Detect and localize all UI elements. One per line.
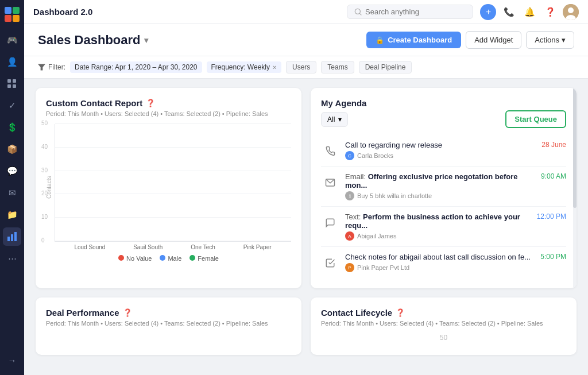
- search-input[interactable]: [365, 7, 457, 16]
- agenda-item-time: 5:00 PM: [540, 253, 566, 261]
- add-button[interactable]: ＋: [480, 4, 496, 20]
- legend-male: Male: [160, 255, 181, 262]
- actions-label: Actions: [535, 36, 559, 44]
- nav-icon-group: ＋ 📞 🔔 ❓: [480, 4, 579, 20]
- agenda-item-time: 12:00 PM: [537, 212, 566, 221]
- lock-icon: 🔒: [376, 36, 384, 44]
- chart-legend: No Value Male Female: [46, 255, 291, 262]
- top-navigation: Dashboard 2.0 ＋ 📞 🔔 ❓: [24, 0, 588, 24]
- my-agenda-card: My Agenda All ▾ Start Queue Call to rega…: [311, 88, 577, 288]
- agenda-item-content: Text: Perform the business action to ach…: [345, 212, 531, 241]
- agenda-item-time: 9:00 AM: [541, 172, 566, 180]
- app-title: Dashboard 2.0: [33, 7, 340, 17]
- deal-performance-subtitle: Period: This Month • Users: Selected (4)…: [46, 320, 291, 327]
- agenda-item-meta: A Abigail James: [345, 231, 531, 241]
- contact-lifecycle-help-icon[interactable]: ❓: [396, 308, 405, 317]
- sidebar-item-package[interactable]: 📦: [3, 140, 21, 158]
- sidebar-item-mail[interactable]: ✉: [3, 184, 21, 202]
- date-range-chip[interactable]: Date Range: Apr 1, 2020 – Apr 30, 2020: [70, 61, 202, 73]
- agenda-item-title: Check notes for abigail about last call …: [345, 253, 535, 261]
- agenda-item-time: 28 June: [541, 141, 566, 149]
- agenda-item-meta: P Pink Paper Pvt Ltd: [345, 263, 535, 272]
- agent-avatar: P: [345, 263, 354, 272]
- chart-x-labels: Loud Sound Sauil South One Tech Pink Pap…: [55, 242, 291, 250]
- main-content: Dashboard 2.0 ＋ 📞 🔔 ❓ Sales Dashboard ▾ …: [24, 0, 588, 375]
- sidebar-item-user[interactable]: 👤: [3, 53, 21, 71]
- contact-lifecycle-subtitle: Period: This Month • Users: Selected (4)…: [321, 320, 566, 327]
- sidebar-item-chart[interactable]: [3, 227, 21, 246]
- legend-female: Female: [189, 255, 219, 262]
- deal-performance-help-icon[interactable]: ❓: [123, 308, 132, 317]
- svg-rect-4: [7, 79, 11, 83]
- agenda-item: Check notes for abigail about last call …: [321, 247, 566, 278]
- scrollbar-track: [573, 88, 577, 288]
- sidebar-item-chat[interactable]: 💬: [3, 162, 21, 180]
- svg-rect-1: [13, 7, 20, 14]
- help-button[interactable]: ❓: [542, 4, 558, 20]
- sidebar: 🎮 👤 ✓ 💲 📦 💬 ✉ 📁 ⋯ →: [0, 0, 24, 375]
- svg-rect-5: [13, 79, 16, 83]
- sidebar-item-arrow[interactable]: →: [3, 351, 21, 369]
- info-icon: ℹ: [345, 191, 354, 200]
- dashboard-grid: Custom Contact Report ❓ Period: This Mon…: [24, 79, 588, 375]
- contact-report-chart: Contacts 50 40 30 20 10 0: [46, 124, 291, 250]
- my-agenda-title: My Agenda: [321, 98, 566, 108]
- svg-rect-6: [7, 84, 11, 88]
- search-bar[interactable]: [347, 5, 473, 19]
- agenda-item-content: Check notes for abigail about last call …: [345, 253, 535, 272]
- sidebar-item-more[interactable]: ⋯: [3, 249, 21, 268]
- svg-rect-8: [7, 237, 10, 241]
- filter-label: Filter:: [38, 63, 65, 71]
- svg-rect-7: [13, 84, 16, 88]
- search-icon: [354, 8, 362, 16]
- agenda-item-title: Email: Offering exclusive price negotati…: [345, 172, 535, 190]
- agenda-header: All ▾ Start Queue: [321, 110, 566, 128]
- agenda-meta-name: Buy 5 bhk willa in charlotte: [357, 192, 432, 199]
- sidebar-item-gamepad[interactable]: 🎮: [3, 31, 21, 49]
- svg-marker-16: [38, 64, 45, 70]
- chart-inner: 50 40 30 20 10 0: [55, 124, 291, 250]
- actions-button[interactable]: Actions ▾: [526, 31, 574, 49]
- page-header: Sales Dashboard ▾ 🔒 Create Dashboard Add…: [24, 24, 588, 56]
- date-range-text: Date Range: Apr 1, 2020 – Apr 30, 2020: [75, 63, 198, 71]
- create-dashboard-button[interactable]: 🔒 Create Dashboard: [366, 32, 461, 48]
- agenda-item-title: Text: Perform the business action to ach…: [345, 212, 531, 230]
- start-queue-button[interactable]: Start Queue: [505, 110, 566, 128]
- sidebar-item-files[interactable]: 📁: [3, 206, 21, 224]
- users-tag[interactable]: Users: [286, 61, 316, 74]
- text-message-icon: [321, 214, 339, 232]
- svg-rect-0: [5, 7, 11, 14]
- agenda-item: Email: Offering exclusive price negotati…: [321, 167, 566, 207]
- chart-grid: 50 40 30 20 10 0: [55, 124, 291, 242]
- x-label-loud-sound: Loud Sound: [74, 244, 105, 250]
- app-logo[interactable]: [3, 6, 21, 23]
- x-label-one-tech: One Tech: [191, 244, 215, 250]
- frequency-close-icon[interactable]: ✕: [272, 64, 277, 71]
- custom-contact-help-icon[interactable]: ❓: [146, 99, 155, 107]
- frequency-chip[interactable]: Frequency: Weekly ✕: [207, 61, 282, 73]
- custom-contact-report-title: Custom Contact Report ❓: [46, 98, 291, 108]
- scrollbar-thumb: [573, 88, 577, 208]
- svg-point-11: [355, 9, 360, 14]
- sidebar-item-dollar[interactable]: 💲: [3, 118, 21, 137]
- title-chevron-icon: ▾: [144, 36, 148, 45]
- agenda-item: Text: Perform the business action to ach…: [321, 207, 566, 247]
- phone-button[interactable]: 📞: [501, 4, 517, 20]
- custom-contact-report-card: Custom Contact Report ❓ Period: This Mon…: [36, 88, 301, 288]
- teams-tag[interactable]: Teams: [321, 61, 354, 74]
- add-widget-button[interactable]: Add Widget: [466, 31, 521, 49]
- notification-button[interactable]: 🔔: [521, 4, 537, 20]
- deal-pipeline-tag[interactable]: Deal Pipeline: [359, 61, 412, 74]
- email-icon: [321, 173, 339, 192]
- sidebar-item-grid[interactable]: [3, 75, 21, 93]
- agenda-meta-name: Abigail James: [357, 233, 396, 239]
- frequency-text: Frequency: Weekly: [211, 63, 270, 71]
- agenda-item-meta: C Carla Brocks: [345, 151, 536, 160]
- agenda-meta-name: Carla Brocks: [357, 152, 393, 159]
- agenda-filter-dropdown[interactable]: All ▾: [321, 112, 348, 127]
- sidebar-item-tasks[interactable]: ✓: [3, 96, 21, 115]
- user-avatar[interactable]: [563, 4, 579, 20]
- call-icon: [321, 142, 339, 160]
- agenda-item-title: Call to regarding new release: [345, 141, 536, 149]
- x-label-sauil-south: Sauil South: [133, 244, 163, 250]
